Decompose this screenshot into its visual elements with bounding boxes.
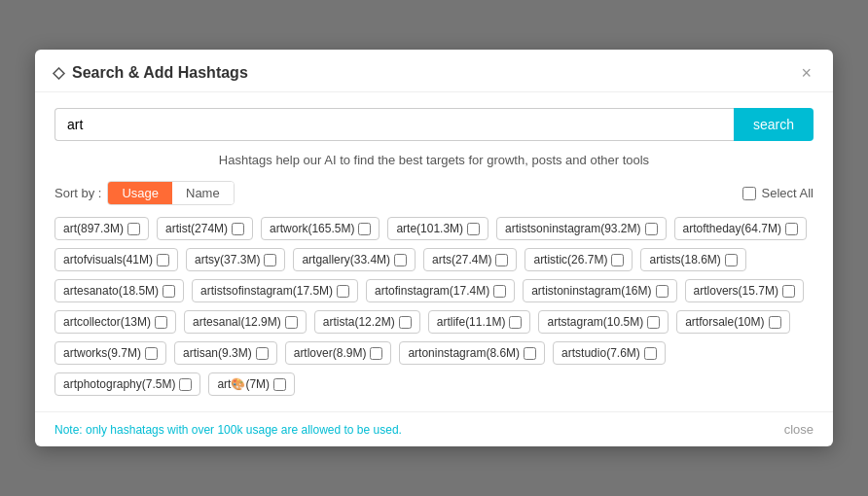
tag-item: artists(18.6M)	[640, 248, 745, 271]
tag-item: artlover(8.9M)	[285, 341, 392, 365]
tag-item: artstagram(10.5M)	[538, 310, 669, 334]
tag-item: artofvisuals(41M)	[54, 248, 178, 271]
tag-label: artistsofinstagram(17.5M)	[200, 284, 333, 298]
select-all-area: Select All	[742, 186, 814, 200]
tag-item: artesanato(18.5M)	[54, 279, 184, 302]
modal-header: ◇ Search & Add Hashtags ×	[35, 50, 833, 92]
tag-checkbox[interactable]	[645, 223, 658, 235]
tag-item: artist(274M)	[157, 217, 253, 240]
tag-label: artofvisuals(41M)	[63, 253, 153, 266]
tag-label: artworks(9.7M)	[63, 346, 141, 360]
tag-label: arts(27.4M)	[432, 253, 491, 266]
select-all-checkbox[interactable]	[742, 187, 756, 200]
tag-icon: ◇	[53, 63, 64, 82]
tag-label: artwork(165.5M)	[270, 222, 354, 235]
tag-label: artoninstagram(8.6M)	[408, 346, 520, 360]
tag-label: artstudio(7.6M)	[561, 346, 640, 360]
tag-label: artista(12.2M)	[323, 315, 395, 329]
search-input[interactable]	[54, 108, 734, 141]
tag-label: artesanal(12.9M)	[193, 315, 281, 329]
search-button[interactable]: search	[734, 108, 814, 141]
tag-label: artesanato(18.5M)	[63, 284, 159, 298]
tag-checkbox[interactable]	[509, 316, 522, 329]
tag-item: artistsoninstagram(93.2M)	[496, 217, 666, 240]
tag-checkbox[interactable]	[256, 347, 269, 360]
tag-item: artistoninstagram(16M)	[523, 279, 676, 302]
tag-item: artsy(37.3M)	[186, 248, 285, 271]
sort-label: Sort by :	[54, 186, 101, 200]
tag-label: artlife(11.1M)	[437, 315, 506, 329]
tag-item: artista(12.2M)	[314, 310, 420, 334]
sort-row: Sort by : Usage Name Select All	[54, 181, 814, 205]
sort-name-button[interactable]: Name	[172, 182, 234, 204]
tag-checkbox[interactable]	[493, 285, 506, 298]
tag-label: artistic(26.7M)	[533, 253, 607, 266]
tag-checkbox[interactable]	[769, 316, 781, 329]
tag-item: artistic(26.7M)	[524, 248, 633, 271]
sort-usage-button[interactable]: Usage	[108, 182, 172, 204]
tag-label: arte(101.3M)	[396, 222, 463, 235]
tag-checkbox[interactable]	[285, 316, 298, 329]
tag-item: arte(101.3M)	[387, 217, 488, 240]
tag-checkbox[interactable]	[145, 347, 158, 360]
tag-checkbox[interactable]	[370, 347, 382, 360]
tag-label: artistoninstagram(16M)	[531, 284, 651, 298]
tag-label: artsy(37.3M)	[195, 253, 260, 266]
tag-checkbox[interactable]	[337, 285, 349, 298]
tag-checkbox[interactable]	[467, 223, 480, 235]
tag-label: artgallery(33.4M)	[302, 253, 390, 266]
modal-body: search Hashtags help our AI to find the …	[35, 92, 833, 411]
tag-checkbox[interactable]	[647, 316, 660, 329]
tag-checkbox[interactable]	[157, 254, 169, 266]
help-text: Hashtags help our AI to find the best ta…	[54, 153, 814, 167]
modal-footer: Note: only hashatags with over 100k usag…	[35, 411, 833, 446]
search-row: search	[54, 108, 814, 141]
hashtag-modal: ◇ Search & Add Hashtags × search Hashtag…	[35, 50, 833, 446]
tag-label: artforsale(10M)	[685, 315, 764, 329]
tag-label: artstagram(10.5M)	[547, 315, 643, 329]
tags-container: art(897.3M)artist(274M)artwork(165.5M)ar…	[54, 217, 814, 396]
tag-label: artcollector(13M)	[63, 315, 151, 329]
tag-label: artistsoninstagram(93.2M)	[505, 222, 640, 235]
tag-checkbox[interactable]	[232, 223, 244, 235]
tag-checkbox[interactable]	[785, 223, 798, 235]
tag-item: art(897.3M)	[54, 217, 149, 240]
tag-checkbox[interactable]	[155, 316, 167, 329]
tag-checkbox[interactable]	[782, 285, 795, 298]
tag-checkbox[interactable]	[656, 285, 669, 298]
tag-item: artistsofinstagram(17.5M)	[192, 279, 358, 302]
tag-item: artforsale(10M)	[676, 310, 789, 334]
tag-label: artlovers(15.7M)	[694, 284, 778, 298]
modal-title: ◇ Search & Add Hashtags	[53, 63, 248, 82]
tag-label: artofinstagram(17.4M)	[375, 284, 489, 298]
tag-item: artgallery(33.4M)	[293, 248, 416, 271]
tag-item: artworks(9.7M)	[54, 341, 166, 365]
tag-label: art(897.3M)	[63, 222, 124, 235]
tag-label: artist(274M)	[165, 222, 228, 235]
tag-item: arts(27.4M)	[423, 248, 517, 271]
tag-checkbox[interactable]	[358, 223, 371, 235]
tag-item: artcollector(13M)	[54, 310, 176, 334]
tag-checkbox[interactable]	[611, 254, 624, 266]
tag-item: artstudio(7.6M)	[553, 341, 666, 365]
tag-checkbox[interactable]	[264, 254, 276, 266]
modal-close-button[interactable]: ×	[797, 64, 815, 82]
tag-checkbox[interactable]	[644, 347, 657, 360]
tag-item: artlife(11.1M)	[428, 310, 531, 334]
tag-checkbox[interactable]	[399, 316, 412, 329]
tag-item: artphotography(7.5M)	[54, 372, 200, 396]
tag-checkbox[interactable]	[273, 378, 286, 391]
tag-label: artoftheday(64.7M)	[683, 222, 781, 235]
footer-note: Note: only hashatags with over 100k usag…	[54, 423, 402, 437]
tag-checkbox[interactable]	[725, 254, 738, 266]
tag-checkbox[interactable]	[163, 285, 175, 298]
tag-checkbox[interactable]	[524, 347, 536, 360]
tag-checkbox[interactable]	[179, 378, 192, 391]
footer-close-button[interactable]: close	[784, 422, 814, 437]
tag-checkbox[interactable]	[495, 254, 508, 266]
tag-label: art🎨(7M)	[217, 377, 270, 391]
tag-item: artesanal(12.9M)	[184, 310, 307, 334]
tag-item: artlovers(15.7M)	[685, 279, 804, 302]
tag-checkbox[interactable]	[127, 223, 140, 235]
tag-checkbox[interactable]	[394, 254, 407, 266]
